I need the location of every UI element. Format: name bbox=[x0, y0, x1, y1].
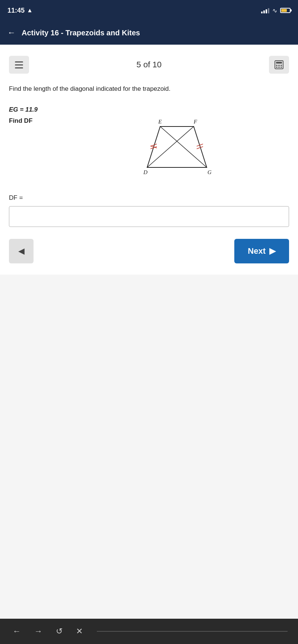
calculator-icon bbox=[274, 60, 284, 70]
location-icon: ▲ bbox=[27, 7, 33, 14]
menu-button[interactable] bbox=[9, 56, 29, 74]
given-find: Find DF bbox=[9, 115, 57, 127]
answer-input[interactable] bbox=[9, 206, 289, 227]
answer-area: DF = bbox=[9, 194, 289, 227]
prev-arrow-icon: ◀ bbox=[18, 246, 25, 256]
svg-rect-2 bbox=[276, 65, 278, 66]
status-bar: 11:45 ▲ ∿ bbox=[0, 0, 298, 21]
browser-forward-button[interactable]: → bbox=[32, 624, 45, 638]
browser-back-button[interactable]: ← bbox=[10, 624, 23, 638]
menu-line-2 bbox=[15, 64, 23, 65]
next-arrow-icon: ▶ bbox=[269, 246, 276, 256]
menu-line-1 bbox=[15, 61, 23, 63]
svg-rect-5 bbox=[276, 67, 278, 68]
header: ← Activity 16 - Trapezoids and Kites bbox=[0, 21, 298, 45]
svg-line-9 bbox=[160, 126, 207, 167]
main-content: 5 of 10 Find the length of the diagonal … bbox=[0, 45, 298, 619]
trapezoid-diagram: E F D G bbox=[65, 104, 289, 182]
browser-refresh-button[interactable]: ↺ bbox=[54, 624, 65, 638]
svg-rect-6 bbox=[278, 67, 280, 68]
time-display: 11:45 bbox=[7, 7, 25, 15]
answer-label: DF = bbox=[9, 194, 289, 202]
bottom-area bbox=[0, 275, 298, 468]
question-text: Find the length of the diagonal indicate… bbox=[9, 84, 289, 94]
browser-close-button[interactable]: ✕ bbox=[74, 624, 85, 638]
next-label: Next bbox=[248, 246, 266, 256]
status-icons: ∿ bbox=[261, 7, 291, 14]
given-equation: EG = 11.9 bbox=[9, 104, 57, 116]
previous-button[interactable]: ◀ bbox=[9, 239, 34, 263]
next-button[interactable]: Next ▶ bbox=[234, 239, 289, 263]
progress-indicator: 5 of 10 bbox=[136, 60, 161, 70]
battery-icon bbox=[280, 8, 291, 13]
card: 5 of 10 Find the length of the diagonal … bbox=[0, 45, 298, 275]
trapezoid-svg: E F D G bbox=[136, 104, 218, 182]
svg-rect-3 bbox=[278, 65, 280, 66]
back-button[interactable]: ← bbox=[7, 28, 16, 38]
calculator-button[interactable] bbox=[269, 56, 289, 74]
nav-line bbox=[97, 631, 288, 632]
svg-text:E: E bbox=[158, 119, 162, 125]
svg-text:D: D bbox=[143, 169, 148, 175]
svg-rect-4 bbox=[280, 65, 282, 66]
top-controls: 5 of 10 bbox=[9, 56, 289, 74]
given-info: EG = 11.9 Find DF bbox=[9, 104, 57, 127]
signal-icon bbox=[261, 7, 269, 13]
bottom-nav-bar: ← → ↺ ✕ bbox=[0, 619, 298, 644]
svg-text:G: G bbox=[207, 169, 212, 175]
nav-buttons: ◀ Next ▶ bbox=[9, 239, 289, 263]
svg-text:F: F bbox=[193, 119, 197, 125]
svg-rect-1 bbox=[276, 62, 282, 64]
diagram-area: EG = 11.9 Find DF bbox=[9, 104, 289, 182]
header-title: Activity 16 - Trapezoids and Kites bbox=[22, 29, 140, 37]
status-time: 11:45 ▲ bbox=[7, 7, 33, 15]
wifi-icon: ∿ bbox=[272, 7, 277, 14]
svg-rect-7 bbox=[280, 67, 282, 68]
menu-line-3 bbox=[15, 67, 23, 68]
